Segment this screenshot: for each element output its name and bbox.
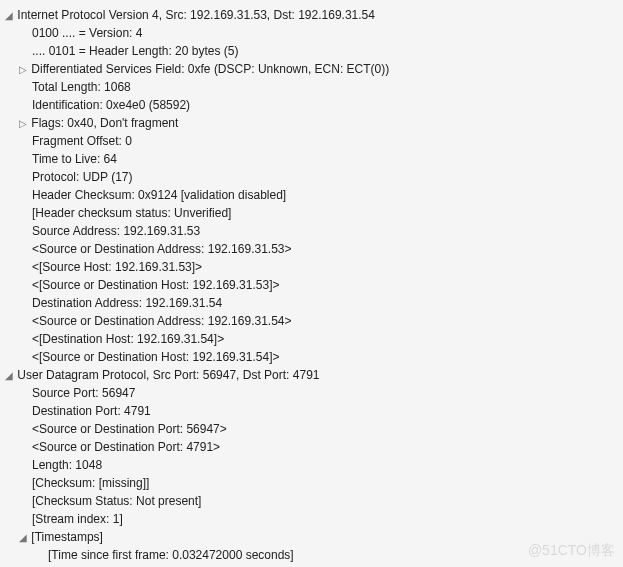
chevron-down-icon[interactable]: ◢ xyxy=(18,530,28,545)
chevron-down-icon[interactable]: ◢ xyxy=(4,368,14,383)
tree-item-ip-protocol[interactable]: Protocol: UDP (17) xyxy=(4,168,619,186)
tree-item-udp-sdport2[interactable]: <Source or Destination Port: 4791> xyxy=(4,438,619,456)
tree-item-ip-totlen[interactable]: Total Length: 1068 xyxy=(4,78,619,96)
tree-item-ip-ttl[interactable]: Time to Live: 64 xyxy=(4,150,619,168)
tree-item-udp-stream[interactable]: [Stream index: 1] xyxy=(4,510,619,528)
tree-item-ip-srcdst-host[interactable]: <[Source or Destination Host: 192.169.31… xyxy=(4,276,619,294)
tree-item-udp-checksum-status[interactable]: [Checksum Status: Not present] xyxy=(4,492,619,510)
tree-item-ip-srcdst-host2[interactable]: <[Source or Destination Host: 192.169.31… xyxy=(4,348,619,366)
tree-item-udp-timestamps[interactable]: ◢ [Timestamps] xyxy=(4,528,619,546)
tree-item-ip-srcdst-addr2[interactable]: <Source or Destination Address: 192.169.… xyxy=(4,312,619,330)
tree-item-ip-src[interactable]: Source Address: 192.169.31.53 xyxy=(4,222,619,240)
tree-item-udp-dstport[interactable]: Destination Port: 4791 xyxy=(4,402,619,420)
tree-item-ip-srcdst-addr[interactable]: <Source or Destination Address: 192.169.… xyxy=(4,240,619,258)
tree-item-ip-version[interactable]: 0100 .... = Version: 4 xyxy=(4,24,619,42)
tree-item-udp-checksum[interactable]: [Checksum: [missing]] xyxy=(4,474,619,492)
tree-item-ip-srchost[interactable]: <[Source Host: 192.169.31.53]> xyxy=(4,258,619,276)
tree-item-udp-ts-first[interactable]: [Time since first frame: 0.032472000 sec… xyxy=(4,546,619,564)
udp-header-text: User Datagram Protocol, Src Port: 56947,… xyxy=(17,368,319,382)
tree-item-ip-id[interactable]: Identification: 0xe4e0 (58592) xyxy=(4,96,619,114)
chevron-right-icon[interactable]: ▷ xyxy=(18,62,28,77)
tree-item-udp-header[interactable]: ◢ User Datagram Protocol, Src Port: 5694… xyxy=(4,366,619,384)
tree-item-ip-checksum-status[interactable]: [Header checksum status: Unverified] xyxy=(4,204,619,222)
tree-item-udp-sdport[interactable]: <Source or Destination Port: 56947> xyxy=(4,420,619,438)
ip-header-text: Internet Protocol Version 4, Src: 192.16… xyxy=(17,8,375,22)
chevron-right-icon[interactable]: ▷ xyxy=(18,116,28,131)
tree-item-ip-header[interactable]: ◢ Internet Protocol Version 4, Src: 192.… xyxy=(4,6,619,24)
tree-item-ip-fragoff[interactable]: Fragment Offset: 0 xyxy=(4,132,619,150)
tree-item-ip-dsfield[interactable]: ▷ Differentiated Services Field: 0xfe (D… xyxy=(4,60,619,78)
tree-item-ip-dsthost[interactable]: <[Destination Host: 192.169.31.54]> xyxy=(4,330,619,348)
tree-item-udp-srcport[interactable]: Source Port: 56947 xyxy=(4,384,619,402)
chevron-down-icon[interactable]: ◢ xyxy=(4,8,14,23)
tree-item-ip-flags[interactable]: ▷ Flags: 0x40, Don't fragment xyxy=(4,114,619,132)
tree-item-ip-dst[interactable]: Destination Address: 192.169.31.54 xyxy=(4,294,619,312)
tree-item-ip-checksum[interactable]: Header Checksum: 0x9124 [validation disa… xyxy=(4,186,619,204)
tree-item-udp-length[interactable]: Length: 1048 xyxy=(4,456,619,474)
tree-item-ip-hdrlen[interactable]: .... 0101 = Header Length: 20 bytes (5) xyxy=(4,42,619,60)
